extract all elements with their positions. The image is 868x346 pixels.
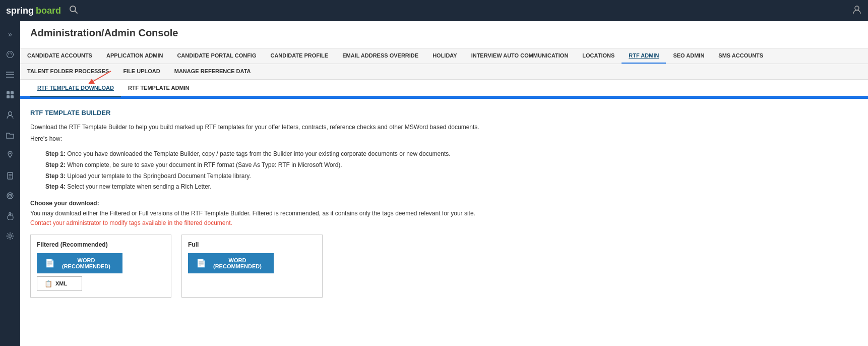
sidebar-icon-list[interactable] bbox=[1, 66, 19, 84]
full-box-title: Full bbox=[188, 241, 316, 248]
full-download-box: Full 📄 WORD (RECOMMENDED) bbox=[181, 235, 323, 298]
svg-point-4 bbox=[8, 53, 9, 54]
step-3-label: Step 3: bbox=[45, 172, 66, 180]
sidebar-icon-target[interactable] bbox=[1, 187, 19, 205]
logo-board: board bbox=[36, 6, 61, 16]
nav-manage-reference-data[interactable]: MANAGE REFERENCE DATA bbox=[167, 64, 258, 79]
nav-rtf-admin[interactable]: RTF ADMIN bbox=[622, 48, 666, 64]
nav-holiday[interactable]: HOLIDAY bbox=[425, 48, 464, 64]
nav-application-admin[interactable]: APPLICATION ADMIN bbox=[99, 48, 170, 64]
nav-talent-folder-processes[interactable]: TALENT FOLDER PROCESSES bbox=[20, 64, 116, 79]
sidebar-icon-person[interactable] bbox=[1, 106, 19, 124]
tab-rtf-template-download[interactable]: RTF TEMPLATE DOWNLOAD bbox=[30, 80, 121, 97]
nav-candidate-profile[interactable]: CANDIDATE PROFILE bbox=[263, 48, 335, 64]
sidebar: » bbox=[0, 21, 20, 346]
svg-line-1 bbox=[75, 11, 78, 14]
filtered-box-title: Filtered (Recommended) bbox=[37, 241, 165, 248]
sidebar-icon-grid[interactable] bbox=[1, 86, 19, 104]
nav-seo-admin[interactable]: SEO ADMIN bbox=[666, 48, 711, 64]
description-line2: Here's how: bbox=[30, 134, 858, 144]
search-icon[interactable] bbox=[69, 5, 78, 16]
sidebar-icon-gear[interactable] bbox=[1, 227, 19, 245]
steps-list: Step 1: Once you have downloaded the Tem… bbox=[45, 149, 858, 192]
tab-rtf-template-admin[interactable]: RTF TEMPLATE ADMIN bbox=[121, 80, 197, 97]
download-section: Filtered (Recommended) 📄 WORD (RECOMMEND… bbox=[30, 235, 858, 298]
svg-point-6 bbox=[11, 53, 12, 54]
page-title: Administration/Admin Console bbox=[30, 27, 858, 39]
svg-point-3 bbox=[7, 51, 14, 58]
filtered-xml-button[interactable]: 📋 XML bbox=[37, 276, 82, 291]
svg-point-23 bbox=[9, 235, 12, 238]
top-bar: springboard bbox=[0, 0, 868, 21]
sidebar-icon-chevron[interactable]: » bbox=[1, 25, 19, 43]
full-word-label: WORD (RECOMMENDED) bbox=[209, 257, 266, 269]
choose-title: Choose your download: bbox=[30, 200, 858, 207]
full-word-icon: 📄 bbox=[196, 258, 206, 268]
primary-nav: CANDIDATE ACCOUNTS APPLICATION ADMIN CAN… bbox=[20, 48, 868, 64]
filtered-word-label: WORD (RECOMMENDED) bbox=[58, 257, 114, 269]
word-icon: 📄 bbox=[45, 258, 55, 268]
nav-file-upload[interactable]: FILE UPLOAD bbox=[116, 64, 167, 79]
step-1-text: Once you have downloaded the Template Bu… bbox=[67, 150, 450, 157]
content-area: Administration/Admin Console CANDIDATE A… bbox=[20, 21, 868, 346]
nav-locations[interactable]: LOCATIONS bbox=[575, 48, 622, 64]
sub-tabs: RTF TEMPLATE DOWNLOAD RTF TEMPLATE ADMIN bbox=[20, 80, 868, 97]
step-4: Step 4: Select your new template when se… bbox=[45, 182, 858, 193]
step-4-label: Step 4: bbox=[45, 183, 66, 190]
secondary-nav: TALENT FOLDER PROCESSES FILE UPLOAD MANA… bbox=[20, 64, 868, 80]
svg-point-15 bbox=[10, 153, 11, 154]
step-1: Step 1: Once you have downloaded the Tem… bbox=[45, 149, 858, 160]
svg-rect-10 bbox=[7, 91, 10, 94]
filtered-download-box: Filtered (Recommended) 📄 WORD (RECOMMEND… bbox=[30, 235, 171, 298]
nav-candidate-accounts[interactable]: CANDIDATE ACCOUNTS bbox=[20, 48, 99, 64]
sidebar-icon-pin[interactable] bbox=[1, 146, 19, 164]
svg-point-22 bbox=[10, 195, 11, 196]
full-word-button[interactable]: 📄 WORD (RECOMMENDED) bbox=[188, 253, 274, 273]
step-4-text: Select your new template when sending a … bbox=[67, 183, 211, 190]
svg-point-2 bbox=[855, 6, 859, 10]
section-title: RTF TEMPLATE BUILDER bbox=[30, 109, 858, 117]
step-2-label: Step 2: bbox=[45, 161, 66, 168]
svg-point-5 bbox=[10, 52, 11, 53]
xml-icon: 📋 bbox=[44, 280, 52, 287]
svg-rect-11 bbox=[11, 91, 14, 94]
description-line1: Download the RTF Template Builder to hel… bbox=[30, 123, 858, 132]
nav-email-address-override[interactable]: EMAIL ADDRESS OVERRIDE bbox=[335, 48, 425, 64]
nav-interview-auto-communication[interactable]: INTERVIEW AUTO COMMUNICATION bbox=[464, 48, 576, 64]
svg-point-14 bbox=[9, 112, 12, 116]
step-3: Step 3: Upload your template to the Spri… bbox=[45, 171, 858, 182]
step-1-label: Step 1: bbox=[45, 150, 66, 157]
sidebar-icon-folder[interactable] bbox=[1, 126, 19, 144]
choose-desc: You may download either the Filtered or … bbox=[30, 210, 858, 217]
logo-spring: spring bbox=[6, 6, 34, 16]
sidebar-icon-hand[interactable] bbox=[1, 207, 19, 225]
svg-rect-12 bbox=[7, 95, 10, 98]
step-2-text: When complete, be sure to save your docu… bbox=[67, 161, 342, 168]
svg-rect-13 bbox=[11, 95, 14, 98]
page-header: Administration/Admin Console bbox=[20, 21, 868, 48]
step-3-text: Upload your template to the Springboard … bbox=[67, 172, 251, 180]
filtered-word-button[interactable]: 📄 WORD (RECOMMENDED) bbox=[37, 253, 122, 273]
step-2: Step 2: When complete, be sure to save y… bbox=[45, 160, 858, 171]
nav-sms-accounts[interactable]: SMS ACCOUNTS bbox=[711, 48, 770, 64]
nav-candidate-portal-config[interactable]: CANDIDATE PORTAL CONFIG bbox=[170, 48, 263, 64]
main-content: RTF TEMPLATE BUILDER Download the RTF Te… bbox=[20, 99, 868, 346]
logo: springboard bbox=[6, 6, 61, 16]
user-icon[interactable] bbox=[852, 5, 862, 17]
sidebar-icon-palette[interactable] bbox=[1, 45, 19, 64]
choose-link[interactable]: Contact your administrator to modify tag… bbox=[30, 219, 232, 226]
sidebar-icon-document[interactable] bbox=[1, 166, 19, 185]
filtered-xml-label: XML bbox=[55, 280, 67, 286]
